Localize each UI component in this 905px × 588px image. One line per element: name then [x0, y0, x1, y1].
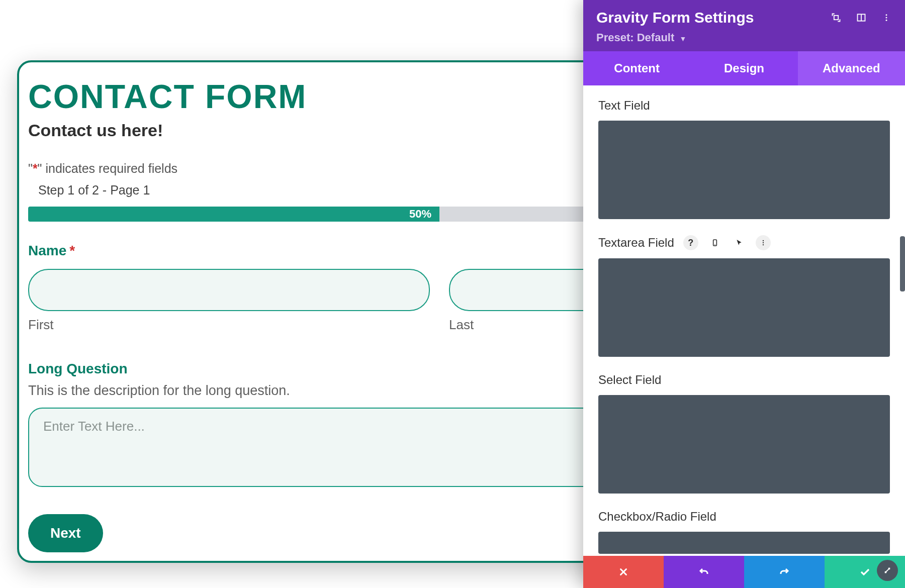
- setting-label-textarea-field: Textarea Field: [598, 236, 674, 250]
- required-quote-open: ": [28, 161, 33, 175]
- first-name-col: First: [28, 269, 430, 333]
- first-name-input[interactable]: [28, 269, 430, 311]
- settings-panel: Gravity Form Settings Preset: Default ▼ …: [583, 0, 905, 588]
- select-field-code-box[interactable]: [598, 395, 890, 494]
- svg-point-9: [763, 242, 764, 243]
- required-star: *: [33, 161, 38, 175]
- columns-icon[interactable]: [856, 12, 867, 23]
- svg-point-3: [886, 14, 887, 16]
- preset-selector[interactable]: Preset: Default ▼: [596, 31, 892, 44]
- checkbox-radio-code-box[interactable]: [598, 532, 890, 554]
- svg-point-5: [886, 20, 887, 21]
- cancel-button[interactable]: [583, 556, 664, 588]
- panel-title: Gravity Form Settings: [596, 9, 754, 26]
- panel-footer: [583, 556, 905, 588]
- expand-icon[interactable]: [831, 12, 842, 23]
- setting-checkbox-radio-field: Checkbox/Radio Field: [598, 510, 890, 554]
- svg-point-10: [763, 244, 764, 245]
- undo-button[interactable]: [664, 556, 744, 588]
- tab-content[interactable]: Content: [583, 51, 690, 85]
- setting-label-text-field: Text Field: [598, 99, 650, 113]
- kebab-icon[interactable]: [881, 12, 892, 23]
- tab-advanced[interactable]: Advanced: [798, 51, 905, 85]
- tab-design[interactable]: Design: [690, 51, 797, 85]
- svg-point-8: [763, 240, 764, 241]
- panel-body[interactable]: Text Field Textarea Field ?: [583, 85, 905, 556]
- panel-header-icons: [831, 12, 892, 23]
- preset-caret-icon: ▼: [679, 35, 686, 43]
- setting-text-field: Text Field: [598, 99, 890, 219]
- textarea-field-code-box[interactable]: [598, 258, 890, 357]
- cursor-icon[interactable]: [732, 235, 747, 250]
- svg-rect-0: [834, 16, 838, 20]
- name-label-text: Name: [28, 243, 66, 258]
- setting-textarea-field: Textarea Field ?: [598, 235, 890, 357]
- next-button[interactable]: Next: [28, 514, 103, 552]
- tab-bar: Content Design Advanced: [583, 51, 905, 85]
- mobile-icon[interactable]: [707, 235, 722, 250]
- preset-label: Preset: Default: [596, 31, 674, 44]
- svg-point-4: [886, 17, 887, 19]
- help-icon[interactable]: ?: [683, 235, 698, 250]
- setting-label-select-field: Select Field: [598, 373, 661, 387]
- panel-header: Gravity Form Settings Preset: Default ▼: [583, 0, 905, 51]
- required-quote-rest: " indicates required fields: [38, 161, 177, 175]
- setting-label-checkbox-radio-field: Checkbox/Radio Field: [598, 510, 716, 524]
- progress-fill: 50%: [28, 207, 439, 222]
- first-name-sublabel: First: [28, 317, 430, 333]
- text-field-code-box[interactable]: [598, 121, 890, 219]
- progress-text: 50%: [409, 208, 431, 221]
- panel-scrollbar-thumb[interactable]: [900, 236, 905, 291]
- name-required-marker: *: [69, 243, 75, 258]
- resize-handle-icon[interactable]: [877, 560, 898, 581]
- setting-select-field: Select Field: [598, 373, 890, 494]
- redo-button[interactable]: [744, 556, 825, 588]
- field-kebab-icon[interactable]: [756, 235, 771, 250]
